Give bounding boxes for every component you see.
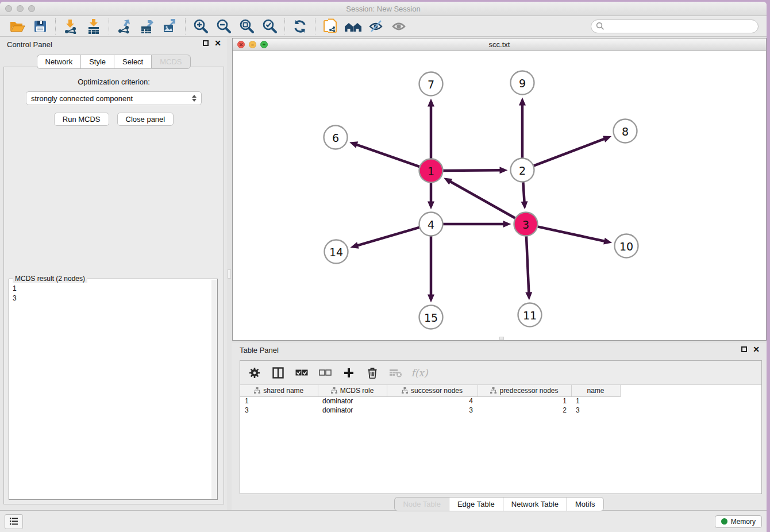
unchecked-boxes-icon: [319, 369, 332, 376]
show-columns-button[interactable]: [271, 365, 286, 380]
float-panel-icon[interactable]: [203, 40, 209, 46]
window-controls: [5, 5, 35, 12]
graph-edge-4-14[interactable]: [356, 227, 420, 245]
float-table-panel-icon[interactable]: [741, 346, 747, 352]
table-panel-title: Table Panel: [240, 346, 279, 354]
mcds-result-line: 3: [13, 294, 215, 303]
table-row[interactable]: 3 dominator 3 2 3: [240, 406, 620, 415]
frame-maximize-button[interactable]: +: [260, 41, 268, 48]
table-options-button[interactable]: [247, 365, 262, 380]
export-image-button[interactable]: [159, 17, 182, 36]
zoom-out-button[interactable]: [212, 17, 235, 36]
export-table-button[interactable]: [136, 17, 159, 36]
graph-node-label-7: 7: [428, 78, 434, 91]
column-header-mcds-role[interactable]: MCDS role: [318, 385, 387, 396]
column-header-predecessor-nodes[interactable]: predecessor nodes: [478, 385, 571, 396]
tab-style[interactable]: Style: [80, 55, 114, 69]
add-row-button[interactable]: [341, 365, 356, 380]
network-graph[interactable]: 7968124314101511: [233, 51, 766, 340]
desktop-background: Session: New Session: [0, 0, 770, 532]
main-toolbar: [0, 16, 767, 37]
table-cell[interactable]: 2: [478, 406, 571, 415]
frame-minimize-button[interactable]: −: [249, 41, 256, 48]
import-network-button[interactable]: [59, 17, 82, 36]
zoom-fit-button[interactable]: [235, 17, 258, 36]
table-cell[interactable]: 1: [478, 396, 571, 406]
mcds-result-box: MCDS result (2 nodes) 1 3: [9, 279, 218, 500]
tab-edge-table[interactable]: Edge Table: [449, 497, 503, 511]
graph-edge-3-10[interactable]: [537, 226, 606, 241]
splitter-grip[interactable]: [228, 269, 231, 279]
first-neighbors-button[interactable]: [342, 17, 365, 36]
deselect-all-button[interactable]: [318, 365, 333, 380]
graph-edge-2-8[interactable]: [533, 138, 606, 166]
zoom-window-button[interactable]: [28, 5, 35, 12]
open-session-button[interactable]: [6, 17, 29, 36]
graph-edge-1-6[interactable]: [355, 144, 420, 167]
vertical-splitter[interactable]: [227, 37, 232, 510]
clone-network-button[interactable]: [319, 17, 342, 36]
import-table-button[interactable]: [82, 17, 105, 36]
close-panel-icon[interactable]: ✕: [214, 40, 221, 46]
run-mcds-button[interactable]: Run MCDS: [54, 113, 109, 126]
function-builder-button[interactable]: f(x): [412, 365, 427, 380]
refresh-view-button[interactable]: [288, 17, 311, 36]
tab-motifs[interactable]: Motifs: [567, 497, 604, 511]
tab-network-table[interactable]: Network Table: [503, 497, 567, 511]
tab-select[interactable]: Select: [114, 55, 151, 69]
show-all-button[interactable]: [388, 17, 411, 36]
close-window-button[interactable]: [5, 5, 12, 12]
graph-edge-2-3[interactable]: [523, 181, 524, 203]
table-cell[interactable]: 1: [240, 396, 318, 406]
result-scrollbar[interactable]: [211, 280, 217, 499]
zoom-in-button[interactable]: [189, 17, 212, 36]
graph-node-label-8: 8: [622, 125, 629, 138]
horizontal-splitter-grip[interactable]: [499, 337, 504, 340]
close-table-panel-icon[interactable]: ✕: [753, 346, 760, 352]
network-window-titlebar[interactable]: ✕ − + scc.txt: [233, 38, 766, 51]
list-icon: [9, 517, 18, 526]
search-field[interactable]: [591, 20, 759, 33]
graph-node-label-14: 14: [329, 246, 343, 259]
table-cell[interactable]: 4: [387, 396, 478, 406]
save-session-button[interactable]: [29, 17, 52, 36]
hide-selected-button[interactable]: [365, 17, 388, 36]
dropdown-stepper-icon: [192, 95, 197, 102]
table-cell[interactable]: 3: [240, 406, 318, 415]
table-cell[interactable]: 3: [387, 406, 478, 415]
eye-icon: [391, 19, 407, 34]
close-panel-button[interactable]: Close panel: [117, 113, 174, 126]
graph-edge-3-11[interactable]: [526, 235, 529, 294]
column-header-successor-nodes[interactable]: successor nodes: [387, 385, 478, 396]
table-cell[interactable]: dominator: [318, 406, 387, 415]
delete-columns-button[interactable]: [388, 365, 403, 380]
search-input[interactable]: [605, 22, 753, 30]
graph-edge-arrowhead-4-3: [503, 221, 511, 228]
network-canvas[interactable]: 7968124314101511: [233, 51, 766, 340]
save-floppy-icon: [33, 20, 47, 33]
memory-button[interactable]: Memory: [715, 515, 762, 528]
checked-boxes-icon: [295, 369, 308, 376]
delete-row-button[interactable]: [365, 365, 380, 380]
graph-edge-1-2[interactable]: [442, 170, 501, 171]
tab-mcds[interactable]: MCDS: [151, 55, 190, 69]
table-cell[interactable]: 3: [571, 406, 620, 415]
tab-node-table[interactable]: Node Table: [394, 497, 449, 511]
minimize-window-button[interactable]: [17, 5, 24, 12]
table-cell[interactable]: 1: [571, 396, 620, 406]
select-all-button[interactable]: [294, 365, 309, 380]
toolbar-separator: [315, 18, 315, 34]
column-header-name[interactable]: name: [571, 385, 620, 396]
fx-icon: f(x): [411, 367, 428, 379]
column-header-shared-name[interactable]: shared name: [240, 385, 318, 396]
zoom-selected-button[interactable]: [258, 17, 281, 36]
table-cell[interactable]: dominator: [318, 396, 387, 406]
export-network-button[interactable]: [113, 17, 136, 36]
frame-close-button[interactable]: ✕: [237, 41, 245, 48]
graph-edge-3-1[interactable]: [449, 181, 516, 219]
criterion-dropdown[interactable]: strongly connected component: [26, 91, 202, 105]
table-row[interactable]: 1 dominator 4 1 1: [240, 396, 620, 406]
task-history-button[interactable]: [5, 514, 23, 529]
toolbar-separator: [109, 18, 109, 34]
tab-network[interactable]: Network: [36, 55, 80, 69]
